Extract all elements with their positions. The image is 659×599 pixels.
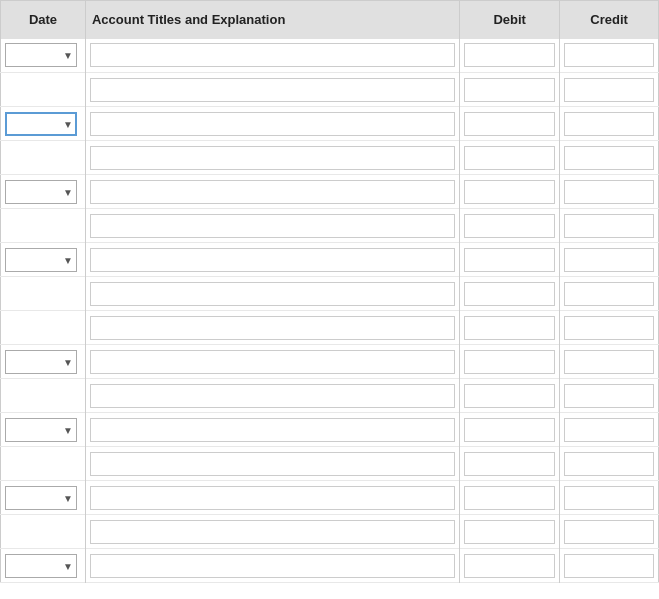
- date-cell: [1, 73, 86, 107]
- account-input[interactable]: [90, 43, 455, 67]
- debit-input[interactable]: [464, 452, 555, 476]
- credit-input[interactable]: [564, 282, 654, 306]
- credit-input[interactable]: [564, 180, 654, 204]
- date-cell: ▼: [1, 345, 86, 379]
- account-input[interactable]: [90, 282, 455, 306]
- debit-input[interactable]: [464, 282, 555, 306]
- account-input[interactable]: [90, 554, 455, 578]
- account-input[interactable]: [90, 452, 455, 476]
- credit-cell: [560, 311, 659, 345]
- table-row: [1, 379, 659, 413]
- credit-cell: [560, 73, 659, 107]
- account-input[interactable]: [90, 78, 455, 102]
- debit-input[interactable]: [464, 316, 555, 340]
- debit-cell: [460, 379, 560, 413]
- header-credit: Credit: [560, 1, 659, 39]
- debit-cell: [460, 175, 560, 209]
- date-select[interactable]: [5, 112, 77, 136]
- credit-input[interactable]: [564, 452, 654, 476]
- credit-input[interactable]: [564, 214, 654, 238]
- date-select-wrapper: ▼: [5, 43, 77, 67]
- debit-cell: [460, 243, 560, 277]
- account-input[interactable]: [90, 214, 455, 238]
- date-cell: ▼: [1, 175, 86, 209]
- debit-input[interactable]: [464, 248, 555, 272]
- date-select[interactable]: [5, 418, 77, 442]
- debit-input[interactable]: [464, 520, 555, 544]
- debit-cell: [460, 73, 560, 107]
- credit-input[interactable]: [564, 486, 654, 510]
- credit-input[interactable]: [564, 248, 654, 272]
- account-input[interactable]: [90, 146, 455, 170]
- account-cell: [85, 413, 459, 447]
- account-cell: [85, 277, 459, 311]
- credit-input[interactable]: [564, 316, 654, 340]
- credit-input[interactable]: [564, 43, 654, 67]
- credit-input[interactable]: [564, 384, 654, 408]
- account-input[interactable]: [90, 248, 455, 272]
- debit-input[interactable]: [464, 384, 555, 408]
- credit-input[interactable]: [564, 554, 654, 578]
- header-debit: Debit: [460, 1, 560, 39]
- debit-input[interactable]: [464, 214, 555, 238]
- credit-input[interactable]: [564, 418, 654, 442]
- debit-cell: [460, 39, 560, 73]
- date-cell: ▼: [1, 549, 86, 583]
- date-select[interactable]: [5, 180, 77, 204]
- date-cell: ▼: [1, 413, 86, 447]
- credit-cell: [560, 39, 659, 73]
- debit-cell: [460, 481, 560, 515]
- debit-input[interactable]: [464, 180, 555, 204]
- debit-input[interactable]: [464, 418, 555, 442]
- table-row: [1, 515, 659, 549]
- credit-input[interactable]: [564, 112, 654, 136]
- credit-cell: [560, 345, 659, 379]
- debit-input[interactable]: [464, 43, 555, 67]
- debit-input[interactable]: [464, 486, 555, 510]
- account-input[interactable]: [90, 350, 455, 374]
- credit-cell: [560, 107, 659, 141]
- header-row: Date Account Titles and Explanation Debi…: [1, 1, 659, 39]
- credit-input[interactable]: [564, 146, 654, 170]
- date-select[interactable]: [5, 554, 77, 578]
- account-input[interactable]: [90, 112, 455, 136]
- account-cell: [85, 39, 459, 73]
- date-select[interactable]: [5, 248, 77, 272]
- debit-input[interactable]: [464, 146, 555, 170]
- header-account: Account Titles and Explanation: [85, 1, 459, 39]
- account-input[interactable]: [90, 316, 455, 340]
- debit-cell: [460, 549, 560, 583]
- account-cell: [85, 447, 459, 481]
- table-row: [1, 141, 659, 175]
- credit-input[interactable]: [564, 350, 654, 374]
- account-input[interactable]: [90, 384, 455, 408]
- account-input[interactable]: [90, 418, 455, 442]
- account-cell: [85, 209, 459, 243]
- account-cell: [85, 243, 459, 277]
- credit-input[interactable]: [564, 520, 654, 544]
- account-input[interactable]: [90, 180, 455, 204]
- credit-cell: [560, 379, 659, 413]
- account-cell: [85, 311, 459, 345]
- date-cell: ▼: [1, 243, 86, 277]
- table-row: ▼: [1, 107, 659, 141]
- account-input[interactable]: [90, 486, 455, 510]
- credit-input[interactable]: [564, 78, 654, 102]
- account-cell: [85, 481, 459, 515]
- debit-input[interactable]: [464, 350, 555, 374]
- date-select[interactable]: [5, 350, 77, 374]
- date-select[interactable]: [5, 486, 77, 510]
- date-cell: [1, 515, 86, 549]
- date-select[interactable]: [5, 43, 77, 67]
- debit-input[interactable]: [464, 554, 555, 578]
- credit-cell: [560, 515, 659, 549]
- account-cell: [85, 345, 459, 379]
- debit-input[interactable]: [464, 78, 555, 102]
- date-select-wrapper: ▼: [5, 180, 77, 204]
- debit-cell: [460, 447, 560, 481]
- debit-cell: [460, 277, 560, 311]
- table-row: [1, 311, 659, 345]
- debit-input[interactable]: [464, 112, 555, 136]
- account-cell: [85, 549, 459, 583]
- account-input[interactable]: [90, 520, 455, 544]
